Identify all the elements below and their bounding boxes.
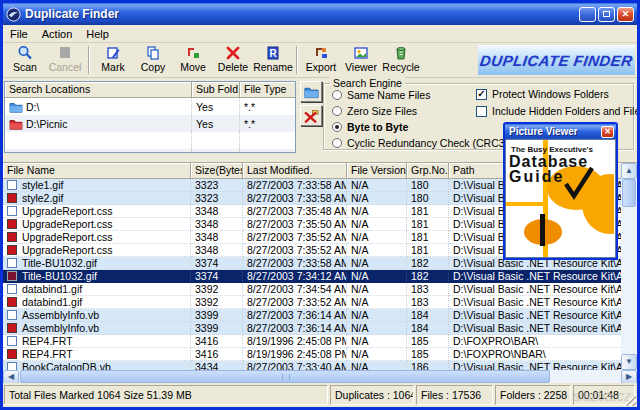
vertical-scrollbar[interactable]: ▲ ▼ — [621, 163, 637, 370]
table-row[interactable]: AssemblyInfo.vb 3399 8/27/2003 7:36:14 A… — [3, 322, 621, 335]
close-button[interactable]: ✕ — [617, 7, 634, 22]
picture-icon — [353, 45, 369, 61]
location-row[interactable]: D:\ Yes *.* — [5, 98, 295, 115]
file-size-cell: 3392 — [191, 296, 243, 309]
scroll-down-button[interactable]: ▼ — [621, 354, 637, 370]
mark-checkbox[interactable] — [7, 206, 17, 216]
book-cover-image: The Busy Executive's Database Guide — [506, 140, 614, 258]
last-modified-cell: 8/27/2003 7:36:14 AM — [243, 322, 347, 335]
mark-checkbox[interactable] — [7, 232, 17, 242]
location-filetype: *.* — [240, 115, 295, 132]
location-row[interactable]: D:\Picnic Yes *.* — [5, 115, 295, 132]
search-locations-list[interactable]: Search Locations Sub Fold.. File Type D:… — [4, 81, 296, 153]
col-last-modified[interactable]: Last Modified. — [243, 163, 347, 179]
mark-checkbox[interactable] — [7, 271, 17, 281]
col-search-locations[interactable]: Search Locations — [5, 82, 192, 98]
mark-checkbox[interactable] — [7, 245, 17, 255]
toolbar: Scan Cancel Mark C — [3, 43, 637, 78]
move-button[interactable]: Move — [173, 43, 213, 77]
radio-crc32[interactable]: Cyclic Redundancy Check (CRC32) — [332, 137, 514, 149]
table-row[interactable]: REP4.FRT 3416 8/19/1996 2:45:08 PM N/A 1… — [3, 335, 621, 348]
horizontal-scroll-thumb[interactable] — [20, 370, 550, 383]
recycle-button[interactable]: Recycle — [381, 43, 421, 77]
last-modified-cell: 8/27/2003 7:33:52 AM — [243, 296, 347, 309]
picture-viewer-window[interactable]: Picture Viewer ✕ The Busy Executive's Da… — [503, 122, 618, 260]
file-version-cell: N/A — [347, 205, 407, 218]
mark-checkbox[interactable] — [7, 219, 17, 229]
add-folder-button[interactable] — [300, 81, 322, 102]
mark-checkbox[interactable] — [7, 180, 17, 190]
menu-help[interactable]: Help — [79, 27, 116, 41]
svg-text:R: R — [269, 48, 277, 59]
picture-viewer-title-bar[interactable]: Picture Viewer ✕ — [505, 124, 616, 139]
horizontal-scrollbar[interactable]: ◀ ▶ — [3, 369, 637, 383]
file-version-cell: N/A — [347, 270, 407, 283]
col-file-version[interactable]: File Version — [347, 163, 407, 179]
mark-button[interactable]: Mark — [93, 43, 133, 77]
remove-folder-button[interactable] — [300, 105, 322, 126]
last-modified-cell: 8/19/1996 2:45:08 PM — [243, 348, 347, 361]
file-name-cell: REP4.FRT — [3, 348, 191, 361]
file-name-cell: UpgradeReport.css — [3, 205, 191, 218]
col-file-type[interactable]: File Type — [240, 82, 295, 98]
mark-checkbox[interactable] — [7, 336, 17, 346]
rename-button[interactable]: R Rename — [253, 43, 293, 77]
checkbox-icon[interactable] — [476, 106, 487, 117]
viewer-button[interactable]: Viewer — [341, 43, 381, 77]
export-button[interactable]: Export — [301, 43, 341, 77]
scroll-right-button[interactable]: ▶ — [621, 370, 637, 384]
blue-folder-icon — [9, 101, 23, 113]
toolbar-separator — [88, 46, 90, 74]
mark-checkbox[interactable] — [7, 349, 17, 359]
group-no-cell: 184 — [407, 322, 449, 335]
table-row[interactable]: Title-BU1032.gif 3374 8/27/2003 7:34:12 … — [3, 270, 621, 283]
table-row[interactable]: REP4.FRT 3416 8/19/1996 2:45:08 PM N/A 1… — [3, 348, 621, 361]
radio-same-name-files[interactable]: Same Name Files — [332, 89, 430, 101]
mark-checkbox[interactable] — [7, 297, 17, 307]
minimize-button[interactable] — [579, 7, 596, 22]
maximize-button[interactable] — [598, 7, 615, 22]
vertical-scroll-thumb[interactable] — [622, 179, 636, 207]
mark-checkbox[interactable] — [7, 284, 17, 294]
mark-checkbox[interactable] — [7, 258, 17, 268]
picture-viewer-image: The Busy Executive's Database Guide — [505, 139, 616, 258]
resize-grip[interactable] — [624, 394, 636, 406]
menu-file[interactable]: File — [3, 27, 35, 41]
mark-checkbox[interactable] — [7, 323, 17, 333]
radio-icon[interactable] — [332, 122, 342, 132]
col-sub-folders[interactable]: Sub Fold.. — [192, 82, 240, 98]
file-name-cell: REP4.FRT — [3, 335, 191, 348]
table-row[interactable]: AssemblyInfo.vb 3399 8/27/2003 7:36:14 A… — [3, 309, 621, 322]
col-group-no[interactable]: Grp.No. — [407, 163, 449, 179]
radio-byte-to-byte[interactable]: Byte to Byte — [332, 121, 408, 133]
checkbox-icon[interactable]: ✓ — [476, 89, 487, 100]
path-cell: D:\Visual Basic .NET Resource Kit\Applic… — [449, 296, 621, 309]
file-name-cell: Title-BU1032.gif — [3, 257, 191, 270]
table-row[interactable]: databind1.gif 3392 8/27/2003 7:34:54 AM … — [3, 283, 621, 296]
table-row[interactable]: databind1.gif 3392 8/27/2003 7:33:52 AM … — [3, 296, 621, 309]
table-row[interactable]: BookCatalogDB.vb 3434 8/27/2003 7:33:40 … — [3, 361, 621, 370]
radio-icon[interactable] — [332, 138, 342, 148]
picture-viewer-close-button[interactable]: ✕ — [601, 126, 614, 138]
radio-zero-size-files[interactable]: Zero Size Files — [332, 105, 417, 117]
menu-action[interactable]: Action — [35, 27, 80, 41]
title-bar[interactable]: Duplicate Finder ✕ — [3, 3, 637, 25]
group-no-cell: 180 — [407, 179, 449, 192]
search-locations-header: Search Locations Sub Fold.. File Type — [5, 82, 295, 98]
mark-checkbox[interactable] — [7, 362, 17, 370]
scroll-up-button[interactable]: ▲ — [621, 163, 637, 179]
location-subfolders: Yes — [192, 115, 240, 132]
radio-icon[interactable] — [332, 90, 342, 100]
delete-button[interactable]: Delete — [213, 43, 253, 77]
checkbox-protect-windows-folders[interactable]: ✓ Protect Windows Folders — [476, 88, 609, 100]
mark-checkbox[interactable] — [7, 310, 17, 320]
checkbox-include-hidden[interactable]: Include Hidden Folders and Files — [476, 105, 637, 117]
col-size-bytes[interactable]: Size(Bytes) — [191, 163, 243, 179]
col-file-name[interactable]: File Name — [3, 163, 191, 179]
mark-checkbox[interactable] — [7, 193, 17, 203]
scroll-left-button[interactable]: ◀ — [3, 370, 19, 384]
scan-button[interactable]: Scan — [5, 43, 45, 77]
copy-button[interactable]: Copy — [133, 43, 173, 77]
horizontal-scroll-track[interactable] — [19, 370, 621, 383]
radio-icon[interactable] — [332, 106, 342, 116]
